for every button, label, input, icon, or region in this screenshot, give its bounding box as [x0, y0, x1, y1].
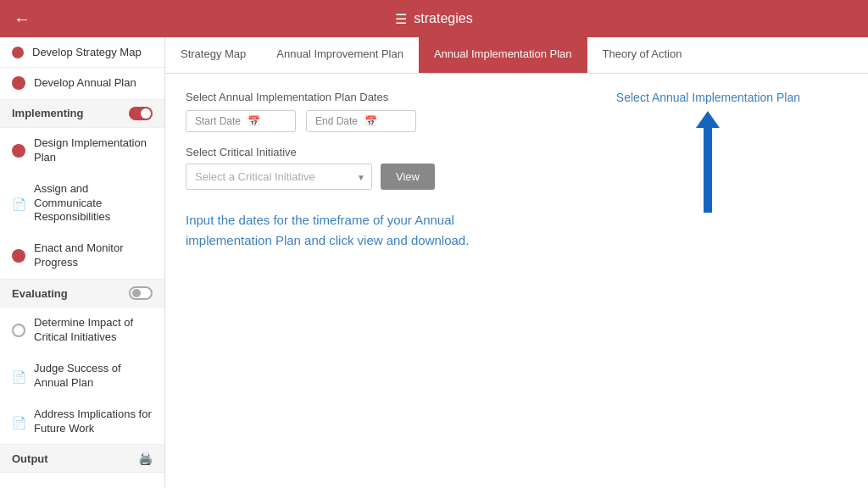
tab-strategy-map[interactable]: Strategy Map [165, 37, 261, 73]
critical-initiative-select[interactable]: Select a Critical Initiative [186, 164, 372, 190]
back-button[interactable]: ← [14, 9, 31, 29]
sidebar-label: Develop Annual Plan [34, 76, 136, 91]
sidebar-label: Enact and Monitor Progress [34, 241, 153, 270]
implementing-toggle[interactable] [129, 107, 153, 120]
arrow-up-icon [696, 111, 720, 128]
end-date-calendar-icon[interactable]: 📅 [364, 115, 377, 127]
sidebar-item-develop-annual-plan[interactable]: Develop Annual Plan [0, 68, 164, 99]
tab-bar: Strategy Map Annual Improvement Plan Ann… [165, 37, 868, 74]
dot-empty-icon [12, 324, 25, 337]
doc-icon: 📄 [12, 415, 25, 429]
sidebar-item-address-implications[interactable]: 📄 Address Implications for Future Work [0, 399, 164, 445]
sidebar-item-design-implementation-plan[interactable]: Design Implementation Plan [0, 128, 164, 174]
header-title: ☰ strategies [395, 11, 472, 27]
tab-annual-implementation-plan[interactable]: Annual Implementation Plan [419, 37, 587, 73]
sidebar-item-enact-monitor[interactable]: Enact and Monitor Progress [0, 233, 164, 279]
end-date-input[interactable]: End Date 📅 [306, 110, 416, 132]
sidebar-section-output: Output 🖨️ [0, 444, 164, 473]
sidebar-label: Address Implications for Future Work [34, 408, 153, 436]
app-header: ← ☰ strategies [0, 0, 868, 37]
start-date-calendar-icon[interactable]: 📅 [248, 115, 260, 127]
doc-icon: 📄 [12, 369, 25, 383]
start-date-text: Start Date [195, 115, 241, 127]
dot-red-icon [12, 76, 25, 90]
section-label: Evaluating [12, 287, 68, 300]
sidebar-section-implementing: Implementing [0, 99, 164, 128]
section-label: Output [12, 452, 48, 465]
menu-icon: ☰ [395, 11, 407, 27]
main-panel: Strategy Map Annual Improvement Plan Ann… [165, 37, 868, 488]
info-text: Input the dates for the timeframe of you… [186, 210, 491, 251]
doc-icon: 📄 [12, 197, 25, 210]
sidebar-label: Develop Strategy Map [32, 46, 142, 58]
sidebar-item-develop-strategy-map[interactable]: Develop Strategy Map [0, 37, 164, 68]
end-date-text: End Date [315, 115, 358, 127]
sidebar-item-judge-success[interactable]: 📄 Judge Success of Annual Plan [0, 353, 164, 399]
sidebar-label: Design Implementation Plan [34, 136, 153, 165]
start-date-input[interactable]: Start Date 📅 [186, 110, 296, 132]
tab-annual-improvement-plan[interactable]: Annual Improvement Plan [261, 37, 419, 73]
main-layout: Develop Strategy Map Develop Annual Plan… [0, 37, 868, 488]
dot-icon [12, 47, 24, 58]
critical-initiative-wrapper: Select a Critical Initiative [186, 164, 372, 190]
annotation-label: Select Annual Implementation Plan [616, 91, 800, 104]
dot-red-icon [12, 249, 25, 263]
arrow-shaft [704, 128, 712, 213]
annotation-panel: Select Annual Implementation Plan [616, 91, 800, 213]
sidebar: Develop Strategy Map Develop Annual Plan… [0, 37, 165, 488]
view-button[interactable]: View [381, 164, 435, 190]
sidebar-item-assign-communicate[interactable]: 📄 Assign and Communicate Responsibilitie… [0, 174, 164, 234]
dot-red-icon [12, 144, 25, 158]
evaluating-toggle[interactable] [129, 286, 153, 300]
section-label: Implementing [12, 107, 84, 119]
output-icon: 🖨️ [138, 452, 153, 465]
sidebar-label: Assign and Communicate Responsibilities [34, 182, 153, 225]
sidebar-label: Judge Success of Annual Plan [34, 362, 153, 391]
tab-theory-of-action[interactable]: Theory of Action [587, 37, 698, 73]
sidebar-section-evaluating: Evaluating [0, 279, 164, 308]
sidebar-label: Determine Impact of Critical Initiatives [34, 316, 153, 345]
main-content: Select Annual Implementation Plan Dates … [165, 74, 868, 488]
sidebar-item-determine-impact[interactable]: Determine Impact of Critical Initiatives [0, 308, 164, 353]
app-title: strategies [414, 11, 472, 26]
